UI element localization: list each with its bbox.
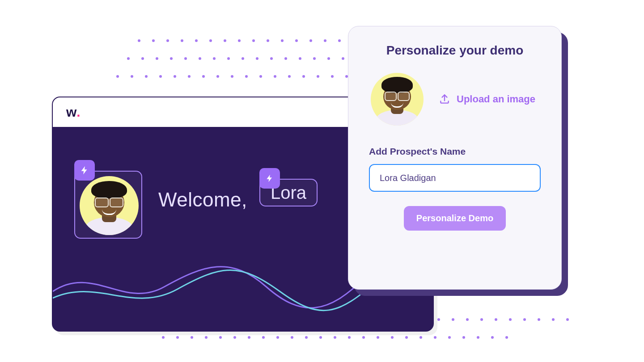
personalize-card: Personalize your demo Upload an image Ad… (348, 26, 562, 290)
avatar (80, 176, 139, 235)
personalize-demo-button[interactable]: Personalize Demo (404, 206, 506, 231)
decoration-dots (116, 75, 348, 78)
upload-icon (439, 93, 450, 105)
prospect-name-input[interactable] (369, 164, 541, 192)
logo-dot: . (76, 105, 80, 119)
dynamic-avatar-token[interactable] (74, 171, 142, 239)
upload-image-button[interactable]: Upload an image (439, 93, 535, 105)
app-logo: w. (66, 105, 81, 120)
decoration-dots (437, 318, 569, 321)
card-title: Personalize your demo (369, 43, 541, 58)
logo-text: w (66, 105, 76, 119)
dynamic-name-token[interactable]: Lora (259, 179, 318, 206)
name-field-label: Add Prospect's Name (369, 146, 541, 157)
decoration-dots (127, 57, 344, 60)
decoration-dots (138, 39, 341, 42)
upload-label: Upload an image (457, 93, 535, 105)
lightning-icon (259, 168, 280, 189)
avatar-preview (371, 73, 424, 126)
lightning-icon (74, 160, 95, 181)
welcome-label: Welcome, (158, 189, 247, 211)
decoration-dots (162, 336, 508, 339)
